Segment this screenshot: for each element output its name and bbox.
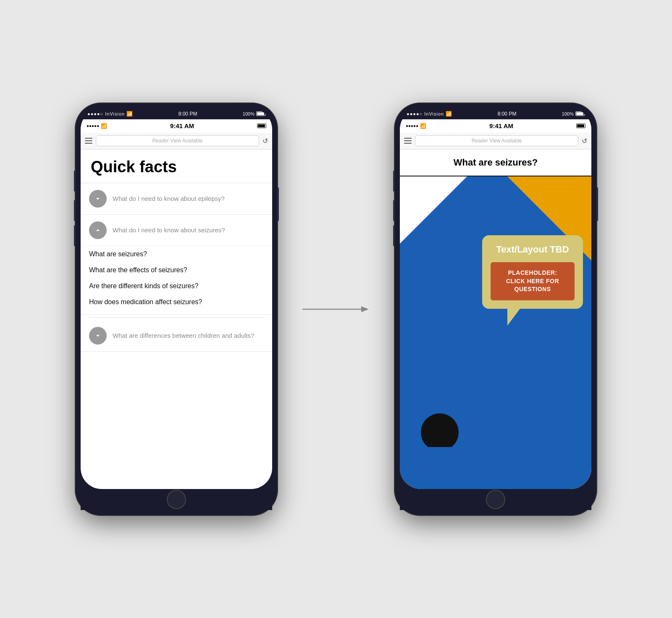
- divider-1: [89, 317, 264, 318]
- battery-pct-label-2: 100%: [562, 111, 574, 116]
- page-title-2: What are seizures?: [400, 150, 591, 176]
- reload-icon-2[interactable]: ↺: [582, 137, 587, 145]
- speech-bubble: Text/Layout TBD PLACEHOLDER:CLICK HERE F…: [482, 235, 583, 309]
- invision-signal-2: ●●●●○ InVision 📶: [407, 111, 452, 117]
- invision-time: 8:00 PM: [178, 111, 197, 117]
- ios-time-2: 9:41 AM: [489, 122, 513, 129]
- accordion-label-1: What do I need to know about epilepsy?: [113, 195, 225, 202]
- phone-1-inner: ●●●●○ InVision 📶 8:00 PM 100% ●●●●● 📶 9:: [81, 108, 272, 489]
- ios-battery-icon-1: [257, 124, 266, 128]
- invision-bar-2: ●●●●○ InVision 📶 8:00 PM 100%: [400, 108, 591, 119]
- sub-item-3[interactable]: Are there different kinds of seizures?: [89, 278, 264, 294]
- phone-1: ●●●●○ InVision 📶 8:00 PM 100% ●●●●● 📶 9:: [76, 103, 277, 515]
- invision-time-2: 8:00 PM: [498, 111, 517, 117]
- reload-icon-1[interactable]: ↺: [262, 137, 268, 145]
- sub-item-2[interactable]: What are the effects of seizures?: [89, 262, 264, 278]
- ios-signal-1: ●●●●● 📶: [87, 123, 107, 129]
- white-triangle: [400, 176, 467, 244]
- accordion-icon-2[interactable]: [89, 221, 107, 239]
- sub-items-2: What are seizures? What are the effects …: [81, 246, 272, 314]
- screen-content-2: What are seizures? Text/Layout TBD: [400, 150, 591, 489]
- screen-content-1: Quick facts What do I need to know about…: [81, 150, 272, 489]
- invision-battery: 100%: [243, 111, 265, 116]
- accordion-item-3[interactable]: What are differences between children an…: [81, 320, 272, 352]
- ios-signal-2: ●●●●● 📶: [406, 123, 426, 129]
- url-placeholder-2: Reader View Available: [472, 138, 522, 144]
- transition-arrow: [302, 303, 370, 316]
- signal-dots: ●●●●○ InVision: [87, 111, 125, 116]
- scene: ●●●●○ InVision 📶 8:00 PM 100% ●●●●● 📶 9:: [50, 78, 622, 540]
- sub-item-4[interactable]: How does medication affect seizures?: [89, 294, 264, 310]
- phone-bottom-1: [81, 489, 272, 510]
- browser-bar-1[interactable]: Reader View Available ↺: [81, 133, 272, 150]
- ios-battery-2: [576, 124, 585, 128]
- phone-bottom-2: [400, 489, 591, 510]
- ios-dots-2: ●●●●●: [406, 124, 418, 128]
- ios-battery-icon-2: [576, 124, 585, 128]
- ios-wifi-icon-1: 📶: [101, 123, 107, 129]
- invision-bar-1: ●●●●○ InVision 📶 8:00 PM 100%: [81, 108, 272, 119]
- hamburger-icon[interactable]: [85, 138, 92, 144]
- bubble-button[interactable]: PLACEHOLDER:CLICK HERE FORQUESTIONS: [491, 262, 575, 300]
- accordion-item-2[interactable]: What do I need to know about seizures? W…: [81, 215, 272, 315]
- figure-body: [412, 447, 467, 489]
- ios-dots-1: ●●●●●: [87, 124, 99, 128]
- hero-image: Text/Layout TBD PLACEHOLDER:CLICK HERE F…: [400, 176, 591, 489]
- sub-item-1[interactable]: What are seizures?: [89, 246, 264, 262]
- accordion-label-2: What do I need to know about seizures?: [113, 226, 225, 234]
- bubble-title: Text/Layout TBD: [491, 244, 575, 256]
- svg-marker-1: [361, 306, 369, 312]
- signal-dots-2: ●●●●○ InVision: [407, 111, 444, 116]
- page-title-1: Quick facts: [81, 150, 272, 183]
- url-bar-1[interactable]: Reader View Available: [96, 135, 259, 146]
- invision-signal: ●●●●○ InVision 📶: [87, 111, 133, 117]
- ios-status-bar-1: ●●●●● 📶 9:41 AM: [81, 119, 272, 133]
- figure-head: [421, 413, 459, 451]
- battery-icon-2: [575, 111, 585, 116]
- arrow-svg: [302, 303, 370, 316]
- invision-wifi-icon-2: 📶: [446, 111, 452, 117]
- phone-2: ●●●●○ InVision 📶 8:00 PM 100% ●●●●● 📶 9:: [395, 103, 596, 515]
- battery-icon: [256, 111, 265, 116]
- phone-2-inner: ●●●●○ InVision 📶 8:00 PM 100% ●●●●● 📶 9:: [400, 108, 591, 489]
- url-placeholder-1: Reader View Available: [152, 138, 203, 144]
- accordion-label-3: What are differences between children an…: [113, 332, 254, 339]
- hamburger-icon-2[interactable]: [404, 138, 412, 144]
- ios-status-bar-2: ●●●●● 📶 9:41 AM: [400, 119, 591, 133]
- accordion-item-1[interactable]: What do I need to know about epilepsy?: [81, 183, 272, 215]
- accordion-icon-1[interactable]: [89, 190, 107, 208]
- home-button-2[interactable]: [486, 490, 505, 509]
- ios-wifi-icon-2: 📶: [420, 123, 426, 129]
- battery-pct-label: 100%: [243, 111, 255, 116]
- person-figure: [412, 413, 467, 489]
- invision-wifi-icon: 📶: [126, 111, 133, 117]
- home-button-1[interactable]: [167, 490, 186, 509]
- accordion-icon-3[interactable]: [89, 327, 107, 345]
- ios-time-1: 9:41 AM: [170, 122, 194, 129]
- ios-battery-1: [257, 124, 266, 128]
- browser-bar-2[interactable]: Reader View Available ↺: [400, 133, 591, 150]
- url-bar-2[interactable]: Reader View Available: [415, 135, 578, 146]
- invision-battery-2: 100%: [562, 111, 585, 116]
